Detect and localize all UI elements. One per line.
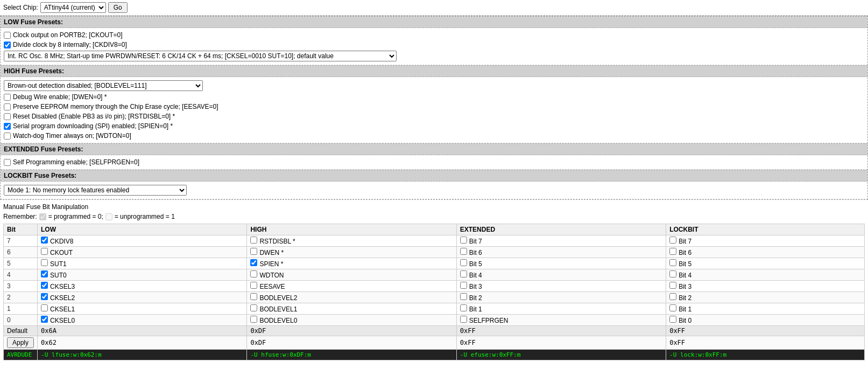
low-bit-3-label: CKSEL3 bbox=[50, 283, 75, 290]
low-bit-6-checkbox[interactable] bbox=[41, 248, 48, 255]
lockbit-bit-5-label: Bit 5 bbox=[679, 260, 691, 268]
lockbit-bit-1-checkbox[interactable] bbox=[669, 304, 676, 311]
extended-bit-2: Bit 2 bbox=[456, 292, 666, 303]
high-bit-3-checkbox[interactable] bbox=[250, 282, 257, 289]
avrdude-row: AVRDUDE -U lfuse:w:0x62:m -U hfuse:w:0xD… bbox=[4, 350, 865, 360]
bit-num-4: 4 bbox=[4, 269, 38, 281]
low-ckout-checkbox[interactable] bbox=[4, 32, 11, 39]
lockbit-bit-3-label: Bit 3 bbox=[679, 283, 691, 290]
extended-bit-0: SELFPRGEN bbox=[456, 315, 666, 326]
lockbit-bit-1: Bit 1 bbox=[666, 303, 865, 315]
extended-bit-7-label: Bit 7 bbox=[469, 238, 482, 245]
lockbit-preset-select[interactable]: Mode 1: No memory lock features enabled bbox=[4, 185, 187, 196]
default-lockbit: 0xFF bbox=[666, 326, 865, 336]
lockbit-bit-3: Bit 3 bbox=[666, 281, 865, 292]
low-bit-6-label: CKOUT bbox=[50, 249, 73, 256]
extended-bit-7: Bit 7 bbox=[456, 235, 666, 247]
low-bit-5: SUT1 bbox=[38, 258, 247, 269]
extended-bit-4: Bit 4 bbox=[456, 269, 666, 281]
high-rstdisbl-label: Reset Disabled (Enable PB3 as i/o pin); … bbox=[13, 113, 175, 120]
extended-bit-7-checkbox[interactable] bbox=[460, 237, 467, 244]
chip-select[interactable]: ATtiny44 (current) bbox=[40, 2, 106, 13]
low-preset-select[interactable]: Int. RC Osc. 8 MHz; Start-up time PWRDWN… bbox=[4, 51, 397, 61]
col-bit: Bit bbox=[4, 224, 38, 235]
extended-bit-5-checkbox[interactable] bbox=[460, 259, 467, 266]
lockbit-bit-0-label: Bit 0 bbox=[679, 317, 691, 324]
table-row: 4SUT0WDTONBit 4Bit 4 bbox=[4, 269, 865, 281]
high-bit-7-checkbox[interactable] bbox=[250, 237, 257, 244]
lockbit-bit-0: Bit 0 bbox=[666, 315, 865, 326]
low-bit-2-checkbox[interactable] bbox=[41, 293, 48, 300]
low-bit-0-label: CKSEL0 bbox=[50, 317, 75, 324]
high-bit-2-checkbox[interactable] bbox=[250, 293, 257, 300]
high-rstdisbl-checkbox[interactable] bbox=[4, 113, 11, 120]
default-low: 0x6A bbox=[38, 326, 247, 336]
extended-bit-0-checkbox[interactable] bbox=[460, 316, 467, 323]
lockbit-preset-select-row: Mode 1: No memory lock features enabled bbox=[4, 184, 864, 197]
low-bit-0-checkbox[interactable] bbox=[41, 316, 48, 323]
lockbit-bit-4-label: Bit 4 bbox=[679, 272, 691, 279]
high-preset-select[interactable]: Brown-out detection disabled; [BODLEVEL=… bbox=[4, 80, 203, 91]
high-bit-6-checkbox[interactable] bbox=[250, 248, 257, 255]
low-bit-3-checkbox[interactable] bbox=[41, 282, 48, 289]
high-bit-3-label: EESAVE bbox=[259, 283, 285, 290]
lockbit-bit-7-checkbox[interactable] bbox=[669, 237, 676, 244]
table-row: 7CKDIV8RSTDISBL *Bit 7Bit 7 bbox=[4, 235, 865, 247]
extended-bit-5-label: Bit 5 bbox=[469, 260, 482, 268]
high-bit-0-checkbox[interactable] bbox=[250, 316, 257, 323]
low-ckdiv8-row: Divide clock by 8 internally; [CKDIV8=0] bbox=[4, 40, 864, 50]
high-bit-4-label: WDTON bbox=[259, 272, 284, 279]
low-bit-4-checkbox[interactable] bbox=[41, 270, 48, 277]
apply-low: 0x62 bbox=[38, 336, 247, 350]
low-bit-7-checkbox[interactable] bbox=[41, 237, 48, 244]
manual-title: Manual Fuse Bit Manipulation bbox=[3, 202, 865, 212]
bit-table: Bit LOW HIGH EXTENDED LOCKBIT 7CKDIV8RST… bbox=[3, 224, 865, 360]
low-bit-4-label: SUT0 bbox=[50, 272, 67, 279]
low-ckdiv8-checkbox[interactable] bbox=[4, 41, 11, 48]
default-extended: 0xFF bbox=[456, 326, 666, 336]
apply-row: Apply 0x62 0xDF 0xFF 0xFF bbox=[4, 336, 865, 350]
low-ckout-label: Clock output on PORTB2; [CKOUT=0] bbox=[13, 31, 123, 39]
manual-note: Remember: = programmed = 0; = unprogramm… bbox=[3, 212, 865, 221]
lockbit-bit-0-checkbox[interactable] bbox=[669, 316, 676, 323]
high-bit-1-label: BODLEVEL1 bbox=[259, 305, 297, 313]
high-bit-6: DWEN * bbox=[247, 247, 456, 258]
extended-bit-3-checkbox[interactable] bbox=[460, 282, 467, 289]
bit-num-6: 6 bbox=[4, 247, 38, 258]
high-bit-5-checkbox[interactable] bbox=[250, 259, 257, 266]
high-bit-3: EESAVE bbox=[247, 281, 456, 292]
extended-bit-4-checkbox[interactable] bbox=[460, 270, 467, 277]
high-bit-6-label: DWEN * bbox=[259, 249, 284, 256]
go-button[interactable]: Go bbox=[108, 2, 128, 13]
extended-selfprgen-checkbox[interactable] bbox=[4, 159, 11, 166]
low-bit-5-checkbox[interactable] bbox=[41, 259, 48, 266]
low-bit-1: CKSEL1 bbox=[38, 303, 247, 315]
high-wdton-checkbox[interactable] bbox=[4, 133, 11, 140]
high-dwen-checkbox[interactable] bbox=[4, 94, 11, 101]
low-bit-1-checkbox[interactable] bbox=[41, 304, 48, 311]
extended-bit-6-checkbox[interactable] bbox=[460, 248, 467, 255]
high-spien-checkbox[interactable] bbox=[4, 123, 11, 130]
lockbit-bit-4-checkbox[interactable] bbox=[669, 270, 676, 277]
apply-button[interactable]: Apply bbox=[7, 337, 34, 348]
high-eesave-checkbox[interactable] bbox=[4, 103, 11, 110]
lockbit-bit-6-checkbox[interactable] bbox=[669, 248, 676, 255]
extended-bit-6-label: Bit 6 bbox=[469, 249, 482, 256]
manual-note-remember: Remember: bbox=[3, 213, 37, 220]
top-bar: Select Chip: ATtiny44 (current) Go bbox=[0, 0, 868, 16]
lockbit-bit-7: Bit 7 bbox=[666, 235, 865, 247]
lockbit-bit-2-checkbox[interactable] bbox=[669, 293, 676, 300]
lockbit-bit-5-checkbox[interactable] bbox=[669, 259, 676, 266]
col-lockbit: LOCKBIT bbox=[666, 224, 865, 235]
low-bit-2-label: CKSEL2 bbox=[50, 294, 75, 302]
high-bit-4-checkbox[interactable] bbox=[250, 270, 257, 277]
lockbit-bit-3-checkbox[interactable] bbox=[669, 282, 676, 289]
extended-bit-3: Bit 3 bbox=[456, 281, 666, 292]
high-bit-1-checkbox[interactable] bbox=[250, 304, 257, 311]
manual-note-unchecked-icon bbox=[105, 213, 112, 220]
extended-bit-1-checkbox[interactable] bbox=[460, 304, 467, 311]
low-bit-3: CKSEL3 bbox=[38, 281, 247, 292]
bit-num-1: 1 bbox=[4, 303, 38, 315]
high-fuse-section: HIGH Fuse Presets: Brown-out detection d… bbox=[1, 65, 867, 143]
extended-bit-2-checkbox[interactable] bbox=[460, 293, 467, 300]
